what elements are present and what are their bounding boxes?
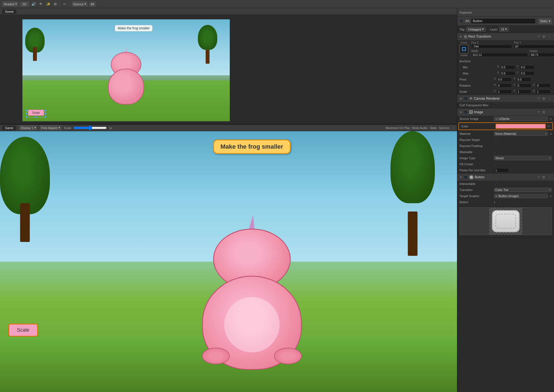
static-dropdown[interactable]: Static ▾	[538, 19, 552, 24]
transition-dropdown[interactable]: Color Tint ▾	[494, 188, 552, 192]
handle-mr[interactable]	[45, 113, 46, 115]
scissors-icon[interactable]: ✂	[62, 2, 67, 6]
interactable-checkbox[interactable]: ✓	[494, 182, 497, 186]
btn-more-btn[interactable]: ⋮	[547, 176, 552, 179]
game-tab[interactable]: Game	[2, 126, 16, 130]
handle-bl[interactable]	[26, 116, 27, 118]
color-eyedropper-btn[interactable]: ✏	[547, 124, 550, 128]
top-toolbar: Shaded ▾ 2D 🔊 👁 ✨ ⊞ ✂ Gizmos ▾ All	[0, 0, 554, 8]
color-swatch[interactable]	[496, 124, 546, 129]
button-sub-row: Button ▾	[457, 199, 554, 205]
anchor-widget[interactable]	[459, 45, 468, 53]
btn-settings-btn[interactable]: ⚙	[542, 176, 546, 179]
anchors-min-x[interactable]	[500, 65, 515, 69]
anchors-label: Anchors	[459, 60, 493, 63]
gizmos-btn[interactable]: Gizmos	[439, 126, 449, 130]
pivot-x[interactable]	[497, 77, 512, 82]
target-graphic-pick-btn[interactable]: ⊙	[550, 195, 552, 198]
fill-center-row: Fill Center ✓	[457, 161, 554, 167]
min-y-label: Y	[517, 65, 519, 69]
handle-tr[interactable]	[45, 110, 46, 111]
game-scale-button[interactable]: Scale	[8, 324, 38, 337]
pivot-y[interactable]	[516, 77, 531, 82]
cr-more-btn[interactable]: ⋮	[547, 97, 552, 100]
handle-ml[interactable]	[26, 113, 27, 115]
game-canopy-right	[390, 131, 435, 203]
img-help-btn[interactable]: ?	[537, 110, 540, 114]
rt-help-btn[interactable]: ?	[537, 35, 540, 38]
scale-y[interactable]	[516, 89, 531, 94]
rotation-z[interactable]	[535, 83, 551, 88]
anchors-max-x[interactable]	[500, 71, 515, 76]
canvas-renderer-header[interactable]: ▼ ✓ 👁 Canvas Renderer ? ⚙ ⋮	[457, 95, 554, 102]
scene-scale-button[interactable]: Scale	[28, 110, 44, 116]
pixels-per-unit-input[interactable]	[494, 168, 509, 172]
scale-slider[interactable]	[73, 126, 107, 130]
material-pick-btn[interactable]: ⊙	[550, 132, 552, 135]
source-image-pick-btn[interactable]: ⊙	[550, 117, 552, 120]
anchors-max-y[interactable]	[519, 71, 535, 76]
stats-btn[interactable]: Stats	[430, 126, 437, 130]
height-input[interactable]	[530, 53, 554, 57]
aspect-dropdown[interactable]: Free Aspect ▾	[40, 125, 62, 130]
img-enable-checkbox[interactable]: ✓	[464, 110, 467, 114]
button-header[interactable]: ▼ ✓ 🔘 Button ? ⚙ ⋮	[457, 174, 554, 181]
frog-body-scene	[108, 69, 144, 105]
rt-more-btn[interactable]: ⋮	[547, 35, 552, 38]
handle-bm[interactable]	[35, 116, 37, 118]
target-graphic-field[interactable]: ⊞ Button (Image)	[494, 194, 548, 198]
interactable-row: Interactable ✓	[457, 181, 554, 187]
maskable-checkbox[interactable]: ✓	[494, 150, 497, 154]
grid-icon[interactable]: ⊞	[53, 2, 58, 6]
raycast-target-checkbox[interactable]: ✓	[494, 138, 497, 142]
game-canopy-left	[0, 137, 50, 214]
cr-enable-checkbox[interactable]: ✓	[464, 97, 467, 100]
rotation-y[interactable]	[516, 83, 531, 88]
audio-icon[interactable]: 🔊	[30, 2, 37, 6]
shading-dropdown[interactable]: Shaded ▾	[2, 1, 18, 7]
posx-input[interactable]	[471, 44, 512, 49]
img-settings-btn[interactable]: ⚙	[542, 110, 546, 114]
layer-dropdown[interactable]: UI ▾	[499, 27, 509, 32]
button-sub-arrow[interactable]: ▾	[494, 201, 495, 204]
cull-checkbox[interactable]: ✓	[494, 104, 497, 107]
scale-z[interactable]	[535, 89, 551, 94]
image-header[interactable]: ▼ ✓ 🖼 Image ? ⚙ ⋮	[457, 109, 554, 116]
source-image-field[interactable]: ⊞ UISprite	[494, 117, 548, 121]
inspector-panel: Inspector ✓ 🎮 Static ▾ Tag Untagged ▾ La…	[457, 8, 554, 392]
rt-settings-btn[interactable]: ⚙	[542, 35, 546, 38]
width-input[interactable]	[471, 53, 528, 57]
mute-audio-btn[interactable]: Mute Audio	[412, 126, 428, 130]
handle-br[interactable]	[45, 116, 46, 118]
all-dropdown[interactable]: All	[89, 2, 95, 7]
btn-enable-checkbox[interactable]: ✓	[464, 176, 467, 179]
display-dropdown[interactable]: Display 1 ▾	[19, 125, 37, 130]
fx-icon[interactable]: ✨	[45, 2, 51, 6]
scale-x[interactable]	[497, 89, 512, 94]
render-icon[interactable]: 👁	[38, 2, 44, 6]
img-actions: ? ⚙ ⋮	[537, 110, 552, 114]
image-type-dropdown[interactable]: Sliced ▾	[494, 156, 552, 160]
cr-settings-btn[interactable]: ⚙	[542, 97, 546, 100]
posy-input[interactable]	[514, 44, 554, 49]
anchors-min-y[interactable]	[519, 65, 535, 69]
cr-help-btn[interactable]: ?	[537, 97, 540, 100]
rect-transform-header[interactable]: ▼ ⊞ Rect Transform ? ⚙ ⋮	[457, 33, 554, 40]
material-dropdown[interactable]: None (Material) ▾	[494, 131, 548, 136]
handle-tl[interactable]	[26, 110, 27, 111]
more-options-icon[interactable]: ⋮	[451, 126, 455, 130]
object-enable-checkbox[interactable]: ✓	[459, 19, 463, 23]
mode-2d-button[interactable]: 2D	[20, 2, 29, 7]
pivot-xyz: X Y	[494, 77, 552, 82]
tag-dropdown[interactable]: Untagged ▾	[466, 27, 486, 32]
gizmos-dropdown[interactable]: Gizmos ▾	[72, 1, 88, 7]
scene-tab[interactable]: Scene	[2, 9, 16, 14]
rotation-x[interactable]	[497, 83, 512, 88]
rt-fold-arrow: ▼	[459, 35, 462, 38]
object-name-input[interactable]	[471, 18, 536, 24]
img-more-btn[interactable]: ⋮	[547, 110, 552, 114]
maximize-on-play-btn[interactable]: Maximize On Play	[385, 126, 410, 130]
fill-center-checkbox[interactable]: ✓	[494, 163, 497, 166]
transition-row: Transition Color Tint ▾	[457, 187, 554, 193]
btn-help-btn[interactable]: ?	[537, 176, 540, 179]
